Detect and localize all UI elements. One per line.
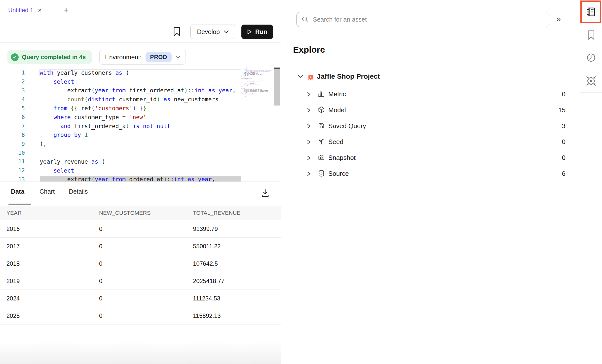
tab-untitled-1[interactable]: Untitled 1 ×	[0, 0, 55, 20]
asset-search[interactable]	[296, 12, 550, 27]
tree-item-metric[interactable]: Metric0	[281, 86, 580, 102]
scrollbar-thumb[interactable]	[274, 69, 280, 106]
table-cell: 111234.53	[193, 290, 220, 307]
search-icon	[301, 16, 309, 23]
new-tab-button[interactable]: +	[59, 0, 74, 20]
table-cell: 2025	[6, 307, 20, 324]
environment-selector[interactable]: Environment: PROD	[99, 50, 186, 65]
search-input[interactable]	[313, 16, 545, 23]
line-number: 6	[0, 114, 25, 120]
code-line[interactable]: 1with yearly_customers as (	[0, 68, 241, 77]
table-cell: 0	[99, 307, 102, 324]
table-row[interactable]: 20170550011.22	[0, 238, 281, 255]
tree-item-snapshot[interactable]: Snapshot0	[281, 150, 580, 166]
tree-item-source[interactable]: Source6	[281, 166, 580, 182]
divider	[0, 182, 281, 182]
develop-dropdown[interactable]: Develop	[190, 25, 235, 39]
line-number: 5	[0, 105, 25, 111]
results-tab-data[interactable]: Data	[11, 188, 24, 195]
table-row[interactable]: 20250115892.13	[0, 307, 281, 325]
snapshot-camera-icon	[318, 154, 325, 161]
history-clock-icon	[586, 52, 597, 63]
close-tab-icon[interactable]: ×	[38, 6, 41, 14]
tree-item-model[interactable]: Model15	[281, 102, 580, 118]
check-circle-icon: ✓	[11, 53, 19, 61]
chevron-right-icon[interactable]	[307, 123, 311, 129]
chevron-right-icon[interactable]	[307, 107, 311, 113]
collapse-panel-button[interactable]: »	[556, 14, 561, 24]
sql-code-editor[interactable]: 1with yearly_customers as (2 select3 ext…	[0, 66, 281, 182]
explore-panel: » Explore Jaffle Shop Project Metric0Mod…	[281, 0, 580, 364]
line-number: 12	[0, 167, 25, 174]
column-header-total-revenue: TOTAL_REVENUE	[193, 206, 240, 220]
code-line[interactable]: 12 select	[0, 166, 241, 175]
code-line-text: with yearly_customers as (	[40, 70, 241, 76]
chevron-down-icon[interactable]	[298, 74, 303, 78]
table-cell: 2019	[6, 272, 20, 290]
tree-item-label: Model	[328, 102, 346, 118]
chevron-right-icon[interactable]	[307, 91, 311, 97]
run-label: Run	[255, 28, 267, 36]
tree-item-count: 6	[562, 166, 565, 181]
code-line[interactable]: 8 group by 1	[0, 131, 241, 140]
rail-item-bookmarks[interactable]	[580, 24, 602, 46]
code-line-text: where customer_type = 'new'	[40, 114, 241, 120]
code-line[interactable]: 2 select	[0, 77, 241, 86]
rail-item-history[interactable]	[580, 46, 602, 69]
table-row[interactable]: 20180107642.5	[0, 255, 281, 272]
line-number: 11	[0, 158, 25, 165]
editor-minimap[interactable]: with yearly_customers as ( select extrac…	[241, 68, 273, 98]
tree-item-label: Source	[328, 166, 349, 181]
run-button[interactable]: Run	[241, 25, 273, 39]
minimap-line: order by 1	[241, 95, 273, 96]
tree-item-seed[interactable]: Seed0	[281, 134, 580, 150]
column-header-new-customers: NEW_CUSTOMERS	[99, 206, 151, 220]
table-row[interactable]: 2016091399.79	[0, 220, 281, 238]
download-results-button[interactable]	[260, 187, 271, 198]
code-line[interactable]: 9),	[0, 139, 241, 148]
code-line-text: select	[40, 78, 241, 85]
table-cell: 91399.79	[193, 220, 218, 237]
results-tab-details[interactable]: Details	[69, 188, 88, 195]
code-line[interactable]: 7 and first_ordered_at is not null	[0, 122, 241, 131]
saved-query-icon	[318, 122, 325, 129]
explore-heading: Explore	[293, 45, 325, 55]
rail-item-dbt[interactable]	[580, 69, 602, 93]
code-line[interactable]: 4 count(distinct customer_id) as new_cus…	[0, 95, 241, 104]
chevron-right-icon[interactable]	[307, 171, 311, 177]
table-row[interactable]: 201902025418.77	[0, 272, 281, 290]
table-cell: 550011.22	[193, 238, 221, 255]
table-row[interactable]: 20240111234.53	[0, 290, 281, 307]
indent-guide	[40, 77, 40, 140]
bookmark-button[interactable]	[171, 25, 182, 38]
editor-tab-bar: Untitled 1 × +	[0, 0, 281, 20]
code-line-text: and first_ordered_at is not null	[40, 123, 241, 129]
tree-item-project[interactable]: Jaffle Shop Project	[281, 72, 580, 83]
tab-title: Untitled 1	[8, 7, 33, 14]
table-cell: 2025418.77	[193, 272, 225, 290]
develop-label: Develop	[197, 28, 220, 36]
line-number: 10	[0, 150, 25, 156]
code-line[interactable]: 5 from {{ ref('customers') }}	[0, 104, 241, 113]
bookmark-icon	[587, 30, 595, 40]
tree-item-count: 0	[562, 150, 565, 165]
download-icon	[261, 188, 270, 197]
code-line[interactable]: 13 extract(year from ordered_at)::int as…	[0, 175, 241, 182]
query-status-text: Query completed in 4s	[22, 54, 86, 61]
chevron-right-icon[interactable]	[307, 139, 311, 145]
table-cell: 0	[99, 220, 102, 237]
tree-item-label: Saved Query	[328, 118, 366, 134]
results-tab-chart[interactable]: Chart	[39, 188, 55, 195]
chevron-down-icon	[176, 56, 180, 59]
tree-item-saved-query[interactable]: Saved Query3	[281, 118, 580, 134]
chevron-right-icon[interactable]	[307, 155, 311, 161]
bookmark-icon	[173, 27, 181, 37]
editor-scrollbar[interactable]	[274, 68, 280, 106]
code-line[interactable]: 3 extract(year from first_ordered_at)::i…	[0, 86, 241, 95]
code-line[interactable]: 11yearly_revenue as (	[0, 157, 241, 166]
code-line[interactable]: 10	[0, 148, 241, 157]
line-number: 8	[0, 132, 25, 138]
model-cube-icon	[318, 106, 325, 113]
code-line[interactable]: 6 where customer_type = 'new'	[0, 113, 241, 122]
rail-item-catalog[interactable]	[580, 0, 601, 23]
